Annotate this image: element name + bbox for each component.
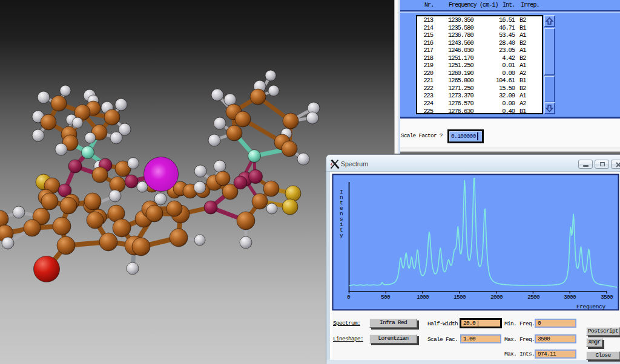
svg-text:1500: 1500: [453, 294, 466, 301]
svg-text:1000: 1000: [417, 294, 429, 301]
svg-text:3000: 3000: [564, 294, 576, 301]
svg-text:2000: 2000: [490, 294, 503, 301]
svg-text:Frequency: Frequency: [576, 304, 605, 310]
svg-text:2500: 2500: [527, 294, 540, 301]
svg-text:3500: 3500: [601, 294, 613, 301]
svg-text:y: y: [340, 232, 343, 239]
svg-text:500: 500: [381, 294, 391, 301]
